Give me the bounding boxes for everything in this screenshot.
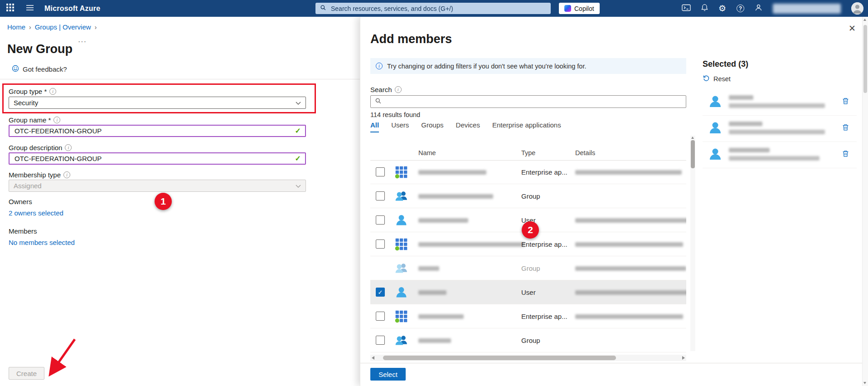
row-checkbox[interactable]	[376, 239, 385, 249]
search-icon	[320, 5, 326, 13]
redacted-name	[729, 95, 753, 100]
group-description-label: Group description i	[9, 144, 72, 151]
got-feedback-label: Got feedback?	[23, 65, 67, 73]
horizontal-scrollbar[interactable]	[370, 355, 686, 361]
row-type: Group	[521, 192, 540, 200]
table-row[interactable]: User	[370, 208, 686, 232]
more-options-button[interactable]: ···	[78, 38, 87, 46]
members-list: Enterprise ap... Group	[370, 160, 686, 353]
owners-selected-link[interactable]: 2 owners selected	[9, 209, 63, 217]
membership-type-value: Assigned	[14, 182, 42, 190]
panel-footer-divider	[360, 363, 863, 363]
row-checkbox[interactable]	[376, 167, 385, 176]
help-icon[interactable]: ?	[737, 5, 744, 12]
reset-button[interactable]: Reset	[703, 74, 857, 83]
redacted-details	[729, 130, 825, 134]
hamburger-icon	[26, 5, 34, 13]
add-members-panel: Add members ✕ i Try changing or adding f…	[360, 17, 863, 386]
member-search-input[interactable]	[384, 98, 682, 106]
page-scrollbar-thumb[interactable]	[863, 25, 867, 93]
scroll-down-arrow[interactable]	[863, 382, 866, 384]
info-icon: i	[65, 144, 72, 151]
azure-portal-screen: Microsoft Azure Copilot ⚙ ?	[0, 0, 868, 386]
remove-trash-icon[interactable]	[842, 150, 849, 159]
settings-gear-icon[interactable]: ⚙	[718, 4, 726, 13]
members-selected-link[interactable]: No members selected	[9, 239, 75, 246]
scroll-up-arrow[interactable]	[863, 19, 866, 21]
results-count: 114 results found	[370, 111, 420, 118]
select-button[interactable]: Select	[370, 368, 406, 381]
row-checkbox[interactable]	[376, 336, 385, 345]
feedback-person-icon[interactable]	[755, 4, 762, 13]
breadcrumb-home-link[interactable]: Home	[7, 23, 25, 31]
breadcrumb-groups-link[interactable]: Groups | Overview	[35, 23, 91, 31]
info-icon: i	[53, 117, 60, 123]
scroll-left-arrow[interactable]	[372, 356, 374, 360]
reset-label: Reset	[713, 75, 731, 83]
row-type: Group	[521, 337, 540, 344]
account-avatar[interactable]	[851, 2, 863, 15]
group-icon	[394, 333, 409, 348]
tab-users[interactable]: Users	[391, 121, 409, 132]
redacted-details	[575, 170, 682, 175]
redacted-details	[575, 218, 686, 223]
tab-enterprise-applications[interactable]: Enterprise applications	[492, 121, 561, 132]
scroll-right-arrow[interactable]	[682, 356, 685, 360]
user-icon	[394, 285, 409, 300]
notifications-bell-icon[interactable]	[701, 4, 708, 13]
redacted-details	[575, 290, 686, 295]
table-row[interactable]: Enterprise ap...	[370, 160, 686, 184]
app-launcher-button[interactable]	[0, 0, 20, 17]
table-row[interactable]: Enterprise ap...	[370, 304, 686, 328]
table-row-selected[interactable]: ✓ User	[370, 280, 686, 304]
remove-trash-icon[interactable]	[842, 97, 849, 107]
list-scrollbar-thumb[interactable]	[691, 140, 695, 168]
group-name-label: Group name * i	[9, 116, 60, 124]
global-search-box[interactable]	[315, 3, 551, 14]
page-vertical-scrollbar[interactable]	[862, 17, 868, 386]
scroll-up-arrow[interactable]	[691, 137, 694, 139]
copilot-button[interactable]: Copilot	[559, 3, 600, 14]
row-checkbox[interactable]	[376, 215, 385, 225]
got-feedback-link[interactable]: Got feedback?	[12, 65, 67, 73]
undo-icon	[703, 74, 710, 83]
tab-all[interactable]: All	[370, 121, 379, 132]
group-type-dropdown[interactable]: Security	[9, 97, 306, 109]
column-header-name: Name	[418, 149, 436, 156]
account-info-redacted	[773, 4, 841, 14]
horizontal-scrollbar-thumb[interactable]	[383, 356, 616, 360]
tab-groups[interactable]: Groups	[421, 121, 443, 132]
hamburger-menu-button[interactable]	[20, 0, 40, 17]
group-icon	[394, 261, 409, 276]
table-row[interactable]: Group	[370, 328, 686, 352]
row-checkbox[interactable]	[376, 312, 385, 321]
group-description-input[interactable]	[14, 154, 292, 163]
global-search-input[interactable]	[330, 5, 546, 13]
waffle-icon	[6, 4, 14, 13]
owners-label: Owners	[9, 198, 32, 205]
tab-devices[interactable]: Devices	[456, 121, 480, 132]
list-vertical-scrollbar[interactable]	[690, 136, 695, 351]
table-row[interactable]: Group	[370, 184, 686, 208]
create-button[interactable]: Create	[9, 367, 44, 380]
redacted-name	[418, 194, 493, 199]
group-name-input[interactable]	[14, 127, 292, 135]
table-row[interactable]: Enterprise ap...	[370, 232, 686, 256]
remove-trash-icon[interactable]	[842, 123, 849, 133]
user-icon	[394, 213, 409, 228]
enterprise-app-icon	[394, 309, 409, 324]
column-header-type: Type	[521, 149, 535, 156]
selected-member-item	[703, 89, 857, 116]
redacted-details	[729, 103, 825, 108]
cloud-shell-icon[interactable]	[682, 4, 691, 13]
enterprise-app-icon	[394, 237, 409, 252]
redacted-name	[729, 122, 762, 126]
selected-members-sidebar: Selected (3) Reset	[703, 59, 857, 168]
row-checkbox[interactable]	[376, 191, 385, 200]
chevron-down-icon	[296, 99, 301, 107]
close-icon[interactable]: ✕	[849, 23, 856, 34]
topbar: Microsoft Azure Copilot ⚙ ?	[0, 0, 868, 17]
row-checkbox-checked[interactable]: ✓	[376, 288, 385, 297]
table-header: Name Type Details	[370, 147, 686, 161]
topbar-right: ⚙ ?	[682, 0, 863, 17]
